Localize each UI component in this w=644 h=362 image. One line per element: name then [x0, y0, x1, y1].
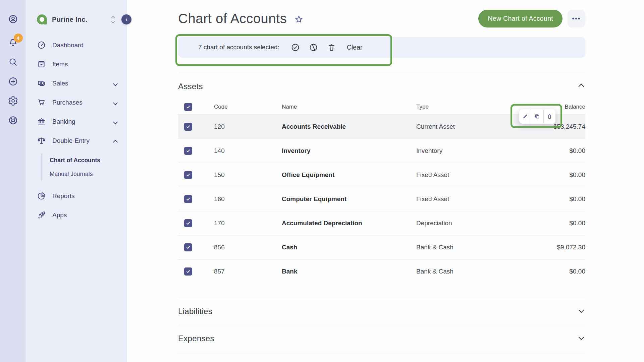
double-entry-submenu: Chart of Accounts Manual Journals	[41, 154, 127, 181]
notifications-icon[interactable]: 4	[7, 37, 19, 48]
sidebar-item-label: Items	[52, 61, 68, 68]
reports-icon	[37, 191, 46, 200]
enable-check-circle-icon[interactable]	[291, 43, 300, 52]
table-row[interactable]: 170 Accumulated Depreciation Depreciatio…	[178, 211, 585, 235]
cell-type: Bank & Cash	[411, 244, 531, 251]
company-switcher-arrows-icon[interactable]	[112, 16, 114, 23]
cell-code: 160	[208, 195, 276, 203]
sidebar-item-chart-of-accounts[interactable]: Chart of Accounts	[50, 154, 127, 167]
delete-trash-icon[interactable]	[543, 109, 555, 124]
dashboard-icon	[37, 41, 46, 50]
cell-name: Inventory	[276, 147, 411, 155]
settings-icon[interactable]	[7, 95, 19, 107]
disable-ban-icon[interactable]	[309, 43, 318, 52]
table-row[interactable]: 856 Cash Bank & Cash $9,072.30	[178, 235, 585, 259]
new-entry-icon[interactable]	[7, 76, 19, 87]
cell-code: 857	[208, 268, 276, 275]
support-icon[interactable]	[7, 115, 19, 126]
more-actions-button[interactable]: •••	[568, 10, 585, 27]
cell-code: 150	[208, 171, 276, 179]
cell-type: Bank & Cash	[411, 268, 531, 275]
column-header-type: Type	[411, 104, 531, 110]
duplicate-copy-icon[interactable]	[531, 109, 543, 124]
table-row[interactable]: 150 Office Equipment Fixed Asset $0.00	[178, 163, 585, 187]
banking-icon	[37, 117, 46, 126]
table-row[interactable]: 857 Bank Bank & Cash $0.00	[178, 259, 585, 283]
column-header-name: Name	[276, 104, 411, 110]
row-checkbox[interactable]	[184, 219, 192, 227]
section-expenses-header[interactable]: Expenses	[178, 325, 585, 352]
sidebar-item-label: Reports	[52, 192, 75, 200]
table-row[interactable]: 140 Inventory Inventory $0.00	[178, 138, 585, 163]
sidebar-item-reports[interactable]: Reports	[26, 186, 127, 205]
chevron-down-icon	[579, 307, 584, 313]
row-actions-toolbar	[519, 109, 555, 124]
cell-code: 120	[208, 123, 276, 130]
sidebar-item-sales[interactable]: Sales	[26, 74, 127, 93]
row-checkbox[interactable]	[184, 243, 192, 251]
section-liabilities: Liabilities	[178, 298, 585, 325]
company-switcher[interactable]: Purine Inc. ‹	[37, 13, 121, 25]
page-title: Chart of Accounts	[178, 11, 287, 26]
sidebar-item-banking[interactable]: Banking	[26, 112, 127, 131]
sidebar-item-label: Banking	[52, 118, 75, 125]
sales-icon	[37, 79, 46, 88]
sidebar: Purine Inc. ‹ Dashboard Items Sales Purc…	[26, 0, 127, 362]
section-assets-header[interactable]: Assets	[178, 73, 585, 100]
section-expenses: Expenses	[178, 325, 585, 352]
cell-name: Cash	[276, 244, 411, 251]
cell-balance: $0.00	[531, 268, 585, 275]
cell-code: 856	[208, 244, 276, 251]
section-liabilities-header[interactable]: Liabilities	[178, 298, 585, 325]
edit-pencil-icon[interactable]	[519, 109, 531, 124]
section-divider	[178, 283, 585, 298]
sidebar-item-label: Dashboard	[52, 42, 84, 49]
row-checkbox[interactable]	[184, 195, 192, 203]
row-checkbox[interactable]	[184, 147, 192, 155]
double-entry-icon	[37, 136, 46, 145]
chevron-down-icon	[579, 335, 584, 340]
sidebar-item-label: Double-Entry	[52, 137, 90, 144]
chevron-down-icon	[113, 101, 118, 105]
favorite-star-icon[interactable]	[294, 15, 304, 25]
row-checkbox[interactable]	[184, 171, 192, 179]
sidebar-item-label: Purchases	[52, 99, 83, 106]
cell-balance: $0.00	[531, 147, 585, 155]
company-name: Purine Inc.	[52, 16, 88, 23]
sidebar-item-dashboard[interactable]: Dashboard	[26, 36, 127, 55]
chevron-down-icon	[113, 120, 118, 124]
table-row[interactable]: 160 Computer Equipment Fixed Asset $0.00	[178, 187, 585, 211]
chevron-up-icon	[579, 83, 584, 89]
account-icon[interactable]	[7, 13, 19, 25]
cell-name: Accumulated Depreciation	[276, 220, 411, 227]
sidebar-item-apps[interactable]: Apps	[26, 205, 127, 225]
sidebar-item-double-entry[interactable]: Double-Entry	[26, 131, 127, 150]
sidebar-item-manual-journals[interactable]: Manual Journals	[50, 167, 127, 181]
sidebar-item-label: Apps	[52, 212, 67, 219]
select-all-checkbox[interactable]	[184, 103, 192, 111]
row-checkbox[interactable]	[184, 123, 192, 131]
chevron-down-icon	[113, 81, 118, 86]
sidebar-item-label: Sales	[52, 80, 68, 87]
search-icon[interactable]	[7, 56, 19, 68]
selection-count-text: 7 chart of accounts selected:	[198, 44, 279, 51]
section-title: Liabilities	[178, 307, 212, 316]
delete-trash-icon[interactable]	[327, 43, 336, 52]
sidebar-collapse-button[interactable]: ‹	[121, 14, 131, 24]
cell-name: Office Equipment	[276, 171, 411, 179]
row-checkbox[interactable]	[184, 267, 192, 276]
cell-balance: $0.00	[531, 220, 585, 227]
section-title: Expenses	[178, 334, 214, 343]
cell-type: Fixed Asset	[411, 195, 531, 203]
apps-icon	[37, 210, 46, 220]
cell-balance: $9,072.30	[531, 244, 585, 251]
clear-selection-button[interactable]: Clear	[347, 44, 363, 51]
cell-name: Computer Equipment	[276, 195, 411, 203]
cell-type: Inventory	[411, 147, 531, 155]
notification-badge: 4	[14, 34, 23, 43]
sidebar-item-items[interactable]: Items	[26, 55, 127, 74]
section-assets: Assets Code Name Type Balance 120 Accoun…	[178, 73, 585, 298]
cell-type: Current Asset	[411, 123, 531, 130]
new-chart-of-account-button[interactable]: New Chart of Account	[478, 10, 562, 27]
sidebar-item-purchases[interactable]: Purchases	[26, 93, 127, 112]
